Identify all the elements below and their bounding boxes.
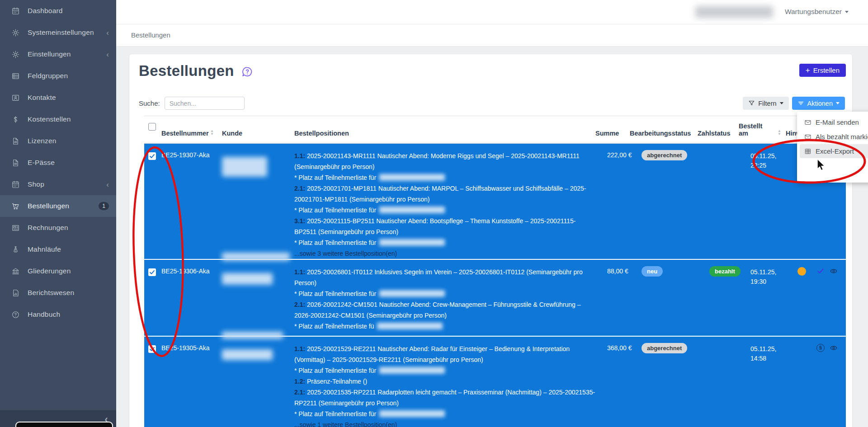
sidebar-item-shop[interactable]: Shop‹ [0, 174, 116, 195]
sidebar-item-mahnl-ufe[interactable]: Mahnläufe [0, 239, 116, 260]
sidebar-item-label: Systemeinstellungen [28, 28, 94, 37]
orders-table: Bestellnummer▲▼KundeBestellpositionenSum… [144, 116, 846, 427]
processing-status-badge: abgerechnet [642, 150, 687, 160]
sidebar-item-label: Shop [28, 180, 44, 188]
more-positions-link[interactable]: ...sowie 3 weitere Bestellposition(en) [294, 248, 595, 259]
sidebar-item-handbuch[interactable]: Handbuch [0, 304, 116, 325]
sidebar-item-label: E-Pässe [28, 159, 55, 167]
col-header-bestellnummer[interactable]: Bestellnummer▲▼ [161, 130, 222, 143]
redacted-participant [379, 174, 445, 181]
ordered-at: 05.11.25, 19:30 [750, 266, 785, 336]
row-checkbox[interactable] [148, 345, 156, 353]
order-number: BE25-19307-Aka [161, 150, 222, 259]
main-area: Wartungsbenutzer Bestellungen Bestellung… [116, 0, 868, 427]
menu-item-als-bezahlt-markieren[interactable]: Als bezahlt markieren [800, 130, 868, 144]
menu-item-e-mail-senden[interactable]: E-Mail senden [800, 115, 868, 129]
customer-cell [222, 150, 294, 259]
user-menu-label: Wartungsbenutzer [785, 8, 842, 16]
check-icon[interactable] [816, 267, 825, 275]
topbar: Wartungsbenutzer [116, 0, 868, 24]
hint-cell: § [785, 343, 846, 427]
sidebar-item-e-p-sse[interactable]: E-Pässe [0, 152, 116, 174]
col-header-zahlstatus[interactable]: Zahlstatus [698, 130, 739, 143]
eye-icon[interactable] [830, 344, 838, 352]
row-checkbox[interactable] [148, 268, 156, 276]
payment-status-cell [709, 150, 750, 259]
sidebar-item-label: Handbuch [28, 310, 60, 319]
sidebar-item-gliederungen[interactable]: Gliederungen [0, 260, 116, 282]
col-header-label: Bestellt am [739, 122, 762, 137]
sidebar-item-label: Feldgruppen [28, 72, 68, 80]
order-sum: 88,00 € [607, 266, 642, 336]
chevron-left-icon: ‹ [106, 51, 109, 58]
sidebar-item-bestellungen[interactable]: Bestellungen1 [0, 195, 116, 217]
sidebar-item-feldgruppen[interactable]: Feldgruppen [0, 65, 116, 87]
bank-icon [11, 267, 20, 276]
sort-arrows-icon[interactable]: ▲▼ [210, 129, 214, 136]
col-header-label: Bestellpositionen [294, 130, 349, 137]
position-number: 1.1: [294, 345, 305, 352]
table-row[interactable]: BE25-19305-Aka1.1: 2025-20021529-RE2211 … [144, 336, 846, 427]
filter-button[interactable]: Filtern [743, 97, 788, 110]
col-header-bearbeitungsstatus[interactable]: Bearbeitungsstatus [630, 130, 698, 143]
col-header-kunde[interactable]: Kunde [222, 130, 294, 143]
sidebar-item-label: Bestellungen [28, 202, 69, 210]
funnel-icon [748, 100, 755, 107]
table-body: BE25-19307-Aka1.1: 2025-20021143-MR1111 … [144, 144, 846, 427]
order-positions: 1.1: 2025-20021143-MR1111 Nautischer Abe… [294, 150, 607, 259]
more-positions-link[interactable]: ...sowie 1 weitere Bestellposition(en) [294, 419, 595, 427]
invoice-icon [11, 223, 20, 232]
payment-status-cell [709, 343, 750, 427]
processing-status-badge: neu [642, 266, 663, 277]
header-checkbox-cell [144, 123, 161, 143]
actions-button[interactable]: Aktionen [792, 97, 845, 110]
menu-item-label: Excel-Export [816, 147, 854, 155]
table-header: Bestellnummer▲▼KundeBestellpositionenSum… [144, 116, 846, 144]
paragraph-circle-icon[interactable]: § [816, 344, 825, 352]
gear-icon [11, 50, 20, 59]
table-row[interactable]: BE25-19307-Aka1.1: 2025-20021143-MR1111 … [144, 144, 846, 259]
content-area: Bestellungen + Erstellen Suche: [116, 47, 868, 427]
create-button[interactable]: + Erstellen [799, 64, 846, 77]
sidebar-item-kostenstellen[interactable]: Kostenstellen [0, 108, 116, 130]
col-header-bestellpositionen[interactable]: Bestellpositionen [294, 130, 595, 143]
envelope-icon [804, 119, 811, 126]
redacted-participant [379, 290, 445, 297]
sidebar-item-rechnungen[interactable]: Rechnungen [0, 217, 116, 239]
help-bubble-icon[interactable] [241, 66, 254, 79]
chevron-down-icon [836, 102, 840, 104]
actions-menu: E-Mail sendenAls bezahlt markierenExcel-… [797, 112, 868, 183]
select-all-checkbox[interactable] [148, 123, 156, 131]
col-header-summe[interactable]: Summe [595, 130, 630, 143]
sidebar-item-berichtswesen[interactable]: Berichtswesen [0, 282, 116, 304]
menu-item-excel-export[interactable]: Excel-Export [800, 144, 868, 158]
row-checkbox[interactable] [148, 152, 156, 160]
rows-icon [11, 71, 20, 80]
customer-cell [222, 266, 294, 336]
bottom-overlay-box [15, 422, 113, 427]
col-header-bestellt-am[interactable]: Bestellt am▲▼ [739, 122, 773, 143]
search-input[interactable] [165, 97, 245, 110]
sidebar-item-lizenzen[interactable]: Lizenzen [0, 130, 116, 152]
sidebar-nav: DashboardSystemeinstellungen‹Einstellung… [0, 0, 116, 427]
sidebar-item-systemeinstellungen[interactable]: Systemeinstellungen‹ [0, 22, 116, 43]
count-badge: 1 [99, 202, 109, 210]
redacted-participant [379, 206, 445, 213]
position-number: 1.2: [294, 378, 305, 385]
col-header-label: Bearbeitungsstatus [630, 130, 691, 137]
question-icon [11, 310, 20, 319]
col-header-label: Zahlstatus [698, 130, 731, 137]
sidebar-item-kontakte[interactable]: Kontakte [0, 87, 116, 108]
user-menu[interactable]: Wartungsbenutzer [785, 8, 849, 16]
filter-list-icon [797, 100, 804, 107]
chevron-left-icon: ‹ [106, 181, 109, 188]
sidebar-item-einstellungen[interactable]: Einstellungen‹ [0, 43, 116, 65]
redacted-customer [222, 273, 273, 285]
chevron-down-icon [780, 102, 783, 104]
sidebar-item-label: Dashboard [28, 7, 63, 15]
eye-icon[interactable] [830, 267, 838, 275]
calendar-icon [11, 180, 20, 189]
cart-icon [11, 202, 20, 211]
table-row[interactable]: BE25-19306-Aka1.1: 2025-20026801-IT0112 … [144, 259, 846, 336]
sidebar-item-dashboard[interactable]: Dashboard [0, 0, 116, 22]
